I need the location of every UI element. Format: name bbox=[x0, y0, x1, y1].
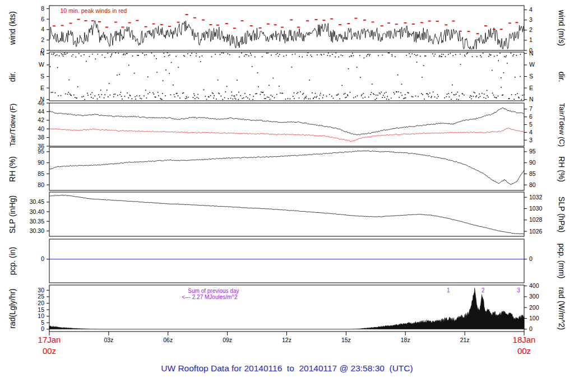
dir-dot bbox=[144, 55, 145, 56]
dir-dot bbox=[238, 99, 239, 100]
dir-dot bbox=[294, 92, 295, 94]
dir-dot bbox=[396, 91, 397, 92]
dir-dot bbox=[134, 73, 135, 74]
axis-title-tair-right: Tair/Tdew (C) bbox=[558, 102, 566, 146]
dir-dot bbox=[317, 54, 318, 55]
peak-wind-dash bbox=[145, 26, 147, 27]
dir-dot bbox=[62, 54, 63, 55]
dir-dot bbox=[61, 53, 62, 54]
tick-label-rad-right: 300 bbox=[529, 293, 539, 300]
dir-dot bbox=[458, 99, 459, 100]
dir-dot bbox=[443, 54, 444, 55]
dir-dot bbox=[305, 97, 306, 98]
dir-dot bbox=[127, 92, 128, 94]
dir-dot bbox=[522, 95, 523, 96]
dir-dot bbox=[342, 55, 343, 57]
dir-dot bbox=[328, 53, 329, 54]
dir-dot bbox=[472, 56, 473, 57]
dir-dot bbox=[197, 94, 198, 95]
peak-wind-dash bbox=[274, 24, 277, 25]
dir-dot bbox=[121, 96, 122, 97]
dir-dot bbox=[90, 94, 91, 95]
dir-dot bbox=[315, 93, 316, 94]
dir-dot bbox=[235, 99, 237, 100]
dir-dot bbox=[125, 54, 126, 55]
dir-dot bbox=[348, 68, 349, 69]
tick-label-rh-right: 95 bbox=[529, 148, 536, 155]
x-axis-tick-label: 12z bbox=[282, 337, 291, 343]
dir-dot bbox=[408, 92, 409, 94]
dir-dot bbox=[110, 95, 111, 96]
dir-dot bbox=[193, 97, 194, 98]
tick-label-wind-right: 3 bbox=[529, 16, 533, 23]
dir-dot bbox=[168, 55, 169, 57]
dir-dot bbox=[278, 56, 279, 57]
dir-dot bbox=[320, 93, 321, 94]
tick-label-tair-right: 3 bbox=[529, 137, 533, 143]
dir-dot bbox=[51, 54, 52, 55]
dir-dot bbox=[363, 93, 364, 94]
dir-dot bbox=[368, 97, 369, 98]
dir-dot bbox=[406, 55, 407, 56]
dir-dot bbox=[277, 53, 278, 54]
dir-dot bbox=[210, 95, 211, 96]
dir-dot bbox=[480, 96, 481, 97]
dir-dot bbox=[241, 53, 242, 54]
dir-dot bbox=[339, 57, 340, 58]
dir-dot bbox=[452, 55, 453, 57]
dir-dot bbox=[479, 94, 480, 95]
peak-wind-dash bbox=[267, 24, 270, 25]
dir-dot bbox=[274, 97, 275, 99]
dir-dot bbox=[377, 95, 378, 96]
dir-dot bbox=[111, 55, 112, 56]
dir-dot bbox=[433, 92, 434, 93]
dir-dot bbox=[197, 97, 198, 98]
dir-dot bbox=[52, 92, 53, 93]
tick-label-wind-left: 2 bbox=[41, 36, 44, 43]
dir-dot bbox=[451, 99, 452, 100]
peak-wind-dash bbox=[330, 18, 333, 20]
annotation-rad-0: Sum of previous day bbox=[188, 288, 239, 294]
tick-label-pcp-right: 0 bbox=[529, 255, 533, 262]
dir-dot bbox=[305, 97, 307, 99]
dir-dot bbox=[424, 55, 425, 57]
dir-dot bbox=[388, 53, 389, 54]
dir-dot bbox=[473, 96, 474, 97]
x-axis-tick-label: 09z bbox=[223, 337, 232, 343]
tick-label-rh-left: 85 bbox=[38, 170, 44, 177]
dir-dot bbox=[123, 53, 124, 54]
dir-dot bbox=[283, 56, 284, 57]
dir-dot bbox=[381, 92, 382, 93]
dir-dot bbox=[165, 69, 166, 71]
dir-dot bbox=[161, 99, 162, 100]
dir-dot bbox=[411, 96, 413, 97]
dir-dot bbox=[292, 54, 293, 55]
dir-dot bbox=[488, 56, 489, 57]
dir-dot bbox=[305, 96, 307, 97]
panel-dir-box bbox=[49, 52, 524, 101]
dir-dot bbox=[512, 55, 513, 57]
dir-dot bbox=[232, 95, 233, 96]
dir-dot bbox=[336, 53, 337, 54]
tick-label-tair-left: 40 bbox=[38, 125, 44, 132]
peak-wind-dash bbox=[290, 20, 293, 21]
series-sea-level-pressure bbox=[49, 195, 524, 234]
peak-wind-dash bbox=[452, 21, 455, 22]
dir-dot bbox=[496, 97, 497, 99]
dir-dot bbox=[110, 56, 112, 57]
dir-dot bbox=[199, 57, 200, 58]
dir-dot bbox=[177, 93, 178, 94]
dir-dot bbox=[254, 57, 256, 58]
dir-dot bbox=[452, 85, 453, 86]
tick-label-tair-right: 4 bbox=[529, 129, 533, 136]
dir-dot bbox=[256, 93, 257, 94]
tick-label-rh-left: 90 bbox=[38, 159, 44, 166]
dir-dot bbox=[298, 92, 299, 93]
dir-dot bbox=[279, 54, 280, 55]
dir-dot bbox=[209, 97, 210, 98]
dir-dot bbox=[63, 56, 64, 57]
dir-dot bbox=[147, 77, 149, 78]
dir-dot bbox=[371, 92, 372, 93]
dir-dot bbox=[460, 54, 461, 55]
peak-wind-dash bbox=[98, 21, 101, 22]
